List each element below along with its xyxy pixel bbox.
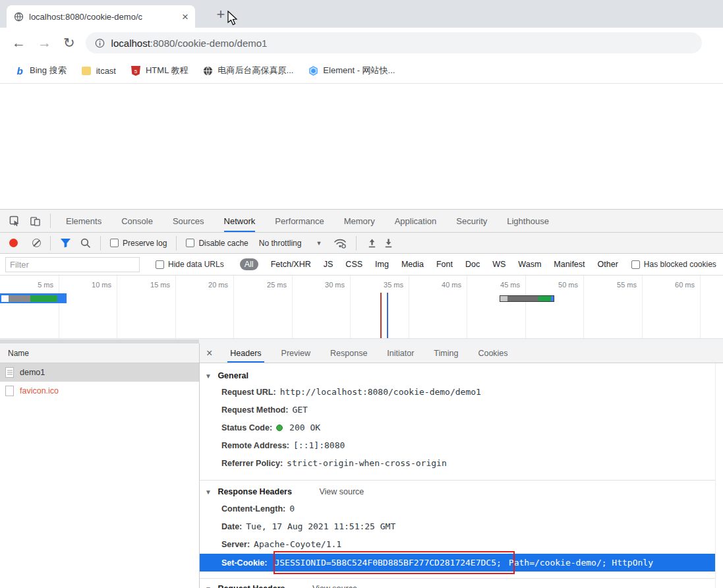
- filter-type-img[interactable]: Img: [375, 260, 389, 269]
- page-info-icon[interactable]: [95, 38, 105, 48]
- response-headers-section-header[interactable]: ▼ Response Headers View source: [205, 487, 364, 496]
- filter-type-js[interactable]: JS: [324, 260, 333, 269]
- bookmark-html-tutorial[interactable]: 5 HTML 教程: [130, 65, 188, 76]
- tab-sources[interactable]: Sources: [173, 210, 204, 232]
- bookmark-itcast[interactable]: itcast: [81, 65, 116, 76]
- detail-scrollbar-gutter[interactable]: [715, 363, 723, 588]
- filter-type-fetchxhr[interactable]: Fetch/XHR: [271, 260, 311, 269]
- gridline: [350, 276, 351, 338]
- bookmark-ecommerce[interactable]: 电商后台高保真原...: [203, 65, 294, 76]
- import-har-icon[interactable]: [367, 238, 377, 249]
- clear-icon[interactable]: [32, 239, 41, 247]
- annotation-red-box: [274, 551, 515, 574]
- header-row: Server:Apache-Coyote/1.1: [221, 539, 341, 549]
- divider: [50, 236, 51, 250]
- back-button[interactable]: ←: [12, 35, 26, 51]
- network-conditions-icon[interactable]: [333, 238, 347, 249]
- export-har-icon[interactable]: [384, 238, 393, 249]
- hide-data-urls-label: Hide data URLs: [168, 260, 224, 269]
- gridline: [175, 276, 176, 338]
- detail-tab-cookies[interactable]: Cookies: [475, 344, 510, 363]
- detail-tab-response[interactable]: Response: [328, 344, 370, 363]
- html5-shield-icon: 5: [130, 65, 141, 76]
- page-content: [0, 84, 723, 209]
- tab-security[interactable]: Security: [456, 210, 487, 232]
- waterfall-bar-favicon[interactable]: [500, 295, 554, 302]
- filter-type-font[interactable]: Font: [436, 260, 453, 269]
- throttling-select[interactable]: No throttling: [259, 239, 302, 248]
- request-list-header[interactable]: Name: [0, 343, 199, 363]
- devtools-panel: Elements Console Sources Network Perform…: [0, 209, 723, 588]
- bookmark-bing[interactable]: b Bing 搜索: [14, 65, 67, 76]
- tab-close-icon[interactable]: ×: [182, 11, 188, 22]
- forward-button[interactable]: →: [38, 35, 51, 51]
- request-list-panel: Name demo1 favicon.ico: [0, 343, 200, 588]
- preserve-log-label: Preserve log: [123, 239, 167, 248]
- detail-tab-preview[interactable]: Preview: [279, 344, 313, 363]
- filter-type-ws[interactable]: WS: [492, 260, 506, 269]
- disclosure-triangle-icon: ▼: [205, 372, 212, 380]
- domcontentloaded-marker: [380, 293, 382, 338]
- device-toolbar-icon[interactable]: [30, 216, 41, 227]
- filter-type-media[interactable]: Media: [401, 260, 424, 269]
- tab-lighthouse[interactable]: Lighthouse: [507, 210, 549, 232]
- filter-input[interactable]: [5, 257, 140, 272]
- tab-network[interactable]: Network: [224, 210, 256, 232]
- tab-console[interactable]: Console: [121, 210, 153, 232]
- filter-type-other[interactable]: Other: [598, 260, 618, 269]
- record-button[interactable]: [9, 239, 18, 247]
- detail-tab-timing[interactable]: Timing: [431, 344, 461, 363]
- inspect-element-icon[interactable]: [9, 216, 20, 227]
- preserve-log-checkbox[interactable]: [110, 239, 119, 247]
- waterfall-bar-demo1-selected[interactable]: [0, 293, 67, 303]
- browser-tab[interactable]: localhost:8080/cookie-demo/c ×: [7, 5, 195, 28]
- has-blocked-cookies-checkbox[interactable]: [631, 260, 640, 269]
- tick-label: 30 ms: [305, 281, 345, 289]
- request-row-demo1[interactable]: demo1: [0, 363, 199, 382]
- view-source-link[interactable]: View source: [319, 487, 364, 496]
- tab-memory[interactable]: Memory: [344, 210, 375, 232]
- tab-elements[interactable]: Elements: [66, 210, 101, 232]
- filter-type-wasm[interactable]: Wasm: [518, 260, 541, 269]
- hide-data-urls-checkbox[interactable]: [156, 260, 164, 269]
- tab-application[interactable]: Application: [395, 210, 437, 232]
- folder-icon: [81, 65, 92, 76]
- devtools-main-tabbar: Elements Console Sources Network Perform…: [0, 210, 723, 233]
- divider: [356, 236, 357, 250]
- detail-tab-initiator[interactable]: Initiator: [384, 344, 417, 363]
- general-section-header[interactable]: ▼ General: [205, 371, 248, 380]
- disclosure-triangle-icon: ▼: [205, 488, 212, 496]
- filter-type-all[interactable]: All: [240, 258, 258, 270]
- chevron-down-icon[interactable]: ▼: [316, 240, 322, 247]
- close-icon[interactable]: ×: [206, 348, 212, 359]
- network-overview-timeline[interactable]: 5 ms 10 ms 15 ms 20 ms 25 ms 30 ms 35 ms…: [0, 276, 723, 343]
- bookmark-element[interactable]: Element - 网站快...: [308, 65, 395, 76]
- request-headers-section-header[interactable]: ▼ Request Headers View source: [205, 584, 357, 588]
- disable-cache-label: Disable cache: [198, 239, 248, 248]
- reload-button[interactable]: ↻: [63, 35, 75, 51]
- filter-type-manifest[interactable]: Manifest: [554, 260, 585, 269]
- waterfall-segment-waiting: [9, 295, 30, 302]
- gridline: [583, 276, 584, 338]
- gridline: [117, 276, 117, 338]
- view-source-link[interactable]: View source: [312, 584, 357, 588]
- waterfall-segment-queue: [500, 296, 507, 301]
- filter-icon[interactable]: [60, 238, 71, 248]
- search-icon[interactable]: [80, 238, 91, 249]
- request-row-favicon[interactable]: favicon.ico: [0, 382, 199, 400]
- load-event-marker: [387, 293, 388, 338]
- tick-label: 50 ms: [538, 281, 578, 289]
- gridline: [525, 276, 526, 338]
- filter-type-doc[interactable]: Doc: [465, 260, 480, 269]
- header-row: Status Code:200 OK: [221, 423, 320, 432]
- tab-performance[interactable]: Performance: [275, 210, 324, 232]
- divider: [100, 236, 101, 250]
- disable-cache-checkbox[interactable]: [186, 239, 194, 247]
- address-bar[interactable]: localhost:8080/cookie-demo/demo1: [86, 32, 702, 53]
- timeline-scrollbar[interactable]: [0, 338, 723, 343]
- gridline: [233, 276, 234, 338]
- detail-tabbar: × Headers Preview Response Initiator Tim…: [200, 343, 723, 363]
- detail-tab-headers[interactable]: Headers: [227, 344, 264, 363]
- waterfall-segment-end: [551, 296, 554, 301]
- filter-type-css[interactable]: CSS: [345, 260, 362, 269]
